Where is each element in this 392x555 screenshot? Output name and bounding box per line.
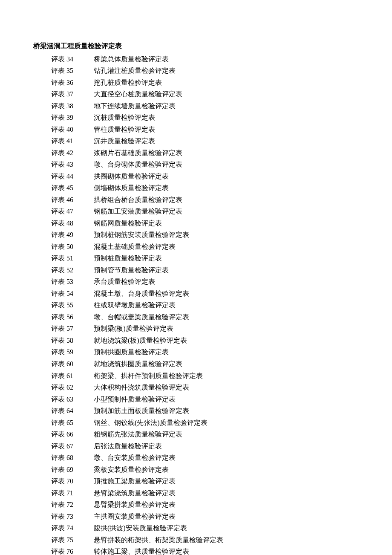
item-description: 悬臂梁拼装质量检验评定表 bbox=[94, 499, 359, 511]
item-key: 评表 53 bbox=[51, 276, 94, 288]
item-description: 预制拱圈质量检验评定表 bbox=[94, 346, 359, 358]
item-key: 评表 62 bbox=[51, 382, 94, 393]
item-key: 评表 66 bbox=[51, 428, 94, 440]
item-key: 评表 68 bbox=[51, 452, 94, 464]
item-key: 评表 48 bbox=[51, 217, 94, 229]
item-description: 钻孔灌注桩质量检验评定表 bbox=[94, 65, 359, 77]
item-description: 预制桩质量检验评定表 bbox=[94, 252, 359, 264]
item-key: 评表 63 bbox=[51, 393, 94, 405]
list-item: 评表 71悬臂梁浇筑质量检验评定表 bbox=[33, 487, 359, 499]
item-description: 桥梁总体质量检验评定表 bbox=[94, 53, 359, 65]
item-description: 拱桥组合桥台质量检验评定表 bbox=[94, 194, 359, 206]
list-item: 评表 70顶推施工梁质量检验评定表 bbox=[33, 475, 359, 487]
item-description: 混凝土墩、台身质量检验评定表 bbox=[94, 288, 359, 300]
item-description: 墩、台安装质量检验评定表 bbox=[94, 452, 359, 464]
item-key: 评表 73 bbox=[51, 511, 94, 523]
item-description: 沉桩质量检验评定表 bbox=[94, 112, 359, 124]
list-item: 评表 58就地浇筑梁(板)质量检验评定表 bbox=[33, 335, 359, 347]
list-item: 评表 44拱圈砌体质量检验评定表 bbox=[33, 171, 359, 182]
item-description: 小型预制件质量检验评定表 bbox=[94, 393, 359, 405]
item-description: 悬臂梁浇筑质量检验评定表 bbox=[94, 487, 359, 499]
item-key: 评表 72 bbox=[51, 499, 94, 511]
item-key: 评表 43 bbox=[51, 159, 94, 171]
list-item: 评表 59预制拱圈质量检验评定表 bbox=[33, 346, 359, 358]
item-description: 就地浇筑梁(板)质量检验评定表 bbox=[94, 335, 359, 347]
item-description: 顶推施工梁质量检验评定表 bbox=[94, 475, 359, 487]
item-key: 评表 36 bbox=[51, 77, 94, 89]
item-description: 侧墙砌体质量检验评定表 bbox=[94, 182, 359, 194]
list-item: 评表 74腹拱(拱波)安装质量检验评定表 bbox=[33, 522, 359, 534]
list-item: 评表 68墩、台安装质量检验评定表 bbox=[33, 452, 359, 464]
list-item: 评表 66粗钢筋先张法质量检验评定表 bbox=[33, 428, 359, 440]
item-key: 评表 37 bbox=[51, 88, 94, 100]
list-item: 评表 50混凝土基础质量检验评定表 bbox=[33, 241, 359, 253]
item-key: 评表 52 bbox=[51, 264, 94, 276]
list-item: 评表 43墩、台身砌体质量检验评定表 bbox=[33, 159, 359, 171]
item-key: 评表 40 bbox=[51, 124, 94, 136]
list-item: 评表 42浆砌片石基础质量检验评定表 bbox=[33, 147, 359, 159]
item-key: 评表 76 bbox=[51, 546, 94, 555]
item-key: 评表 61 bbox=[51, 370, 94, 382]
list-item: 评表 37大直径空心桩质量检验评定表 bbox=[33, 88, 359, 100]
list-item: 评表 60就地浇筑拱圈质量检验评定表 bbox=[33, 358, 359, 370]
list-item: 评表 76转体施工梁、拱质量检验评定表 bbox=[33, 546, 359, 555]
item-key: 评表 49 bbox=[51, 229, 94, 241]
item-description: 大直径空心桩质量检验评定表 bbox=[94, 88, 359, 100]
list-item: 评表 36挖孔桩质量检验评定表 bbox=[33, 77, 359, 89]
list-item: 评表 34桥梁总体质量检验评定表 bbox=[33, 53, 359, 65]
list-item: 评表 61桁架梁、拱杆件预制质量检验评定表 bbox=[33, 370, 359, 382]
item-description: 梁板安装质量检验评定表 bbox=[94, 464, 359, 476]
item-key: 评表 64 bbox=[51, 405, 94, 417]
item-list: 评表 34桥梁总体质量检验评定表评表 35钻孔灌注桩质量检验评定表评表 36挖孔… bbox=[33, 53, 359, 555]
item-key: 评表 51 bbox=[51, 252, 94, 264]
list-item: 评表 48钢筋网质量检验评定表 bbox=[33, 217, 359, 229]
list-item: 评表 73主拱圈安装质量检验评定表 bbox=[33, 511, 359, 523]
item-description: 腹拱(拱波)安装质量检验评定表 bbox=[94, 522, 359, 534]
item-description: 浆砌片石基础质量检验评定表 bbox=[94, 147, 359, 159]
item-key: 评表 71 bbox=[51, 487, 94, 499]
item-key: 评表 45 bbox=[51, 182, 94, 194]
list-item: 评表 64预制加筋土面板质量检验评定表 bbox=[33, 405, 359, 417]
item-key: 评表 54 bbox=[51, 288, 94, 300]
list-item: 评表 41沉井质量检验评定表 bbox=[33, 135, 359, 147]
list-item: 评表 54混凝土墩、台身质量检验评定表 bbox=[33, 288, 359, 300]
item-key: 评表 59 bbox=[51, 346, 94, 358]
item-description: 拱圈砌体质量检验评定表 bbox=[94, 171, 359, 182]
item-key: 评表 69 bbox=[51, 464, 94, 476]
item-key: 评表 57 bbox=[51, 323, 94, 335]
list-item: 评表 38地下连续墙质量检验评定表 bbox=[33, 100, 359, 112]
item-description: 柱或双壁墩质量检验评定表 bbox=[94, 299, 359, 311]
item-description: 转体施工梁、拱质量检验评定表 bbox=[94, 546, 359, 555]
item-key: 评表 38 bbox=[51, 100, 94, 112]
list-item: 评表 52预制管节质量检验评定表 bbox=[33, 264, 359, 276]
list-item: 评表 69梁板安装质量检验评定表 bbox=[33, 464, 359, 476]
item-description: 预制桩钢筋安装质量检验评定表 bbox=[94, 229, 359, 241]
list-item: 评表 49预制桩钢筋安装质量检验评定表 bbox=[33, 229, 359, 241]
list-item: 评表 46拱桥组合桥台质量检验评定表 bbox=[33, 194, 359, 206]
item-key: 评表 75 bbox=[51, 534, 94, 546]
item-description: 桁架梁、拱杆件预制质量检验评定表 bbox=[94, 370, 359, 382]
item-key: 评表 55 bbox=[51, 299, 94, 311]
item-description: 墩、台身砌体质量检验评定表 bbox=[94, 159, 359, 171]
item-description: 混凝土基础质量检验评定表 bbox=[94, 241, 359, 253]
item-key: 评表 47 bbox=[51, 205, 94, 217]
item-description: 沉井质量检验评定表 bbox=[94, 135, 359, 147]
item-key: 评表 46 bbox=[51, 194, 94, 206]
list-item: 评表 67后张法质量检验评定表 bbox=[33, 440, 359, 452]
list-item: 评表 47钢筋加工安装质量检验评定表 bbox=[33, 205, 359, 217]
item-description: 预制管节质量检验评定表 bbox=[94, 264, 359, 276]
item-key: 评表 56 bbox=[51, 311, 94, 323]
list-item: 评表 65钢丝、钢铰线(先张法)质量检验评定表 bbox=[33, 417, 359, 429]
item-key: 评表 35 bbox=[51, 65, 94, 77]
item-description: 后张法质量检验评定表 bbox=[94, 440, 359, 452]
list-item: 评表 40管柱质量检验评定表 bbox=[33, 124, 359, 136]
list-item: 评表 75悬臂拼装的桁架拱、桁架梁质量检验评定表 bbox=[33, 534, 359, 546]
item-key: 评表 58 bbox=[51, 335, 94, 347]
item-key: 评表 39 bbox=[51, 112, 94, 124]
item-description: 管柱质量检验评定表 bbox=[94, 124, 359, 136]
item-key: 评表 34 bbox=[51, 53, 94, 65]
item-key: 评表 42 bbox=[51, 147, 94, 159]
list-item: 评表 63小型预制件质量检验评定表 bbox=[33, 393, 359, 405]
item-key: 评表 74 bbox=[51, 522, 94, 534]
list-item: 评表 53承台质量检验评定表 bbox=[33, 276, 359, 288]
